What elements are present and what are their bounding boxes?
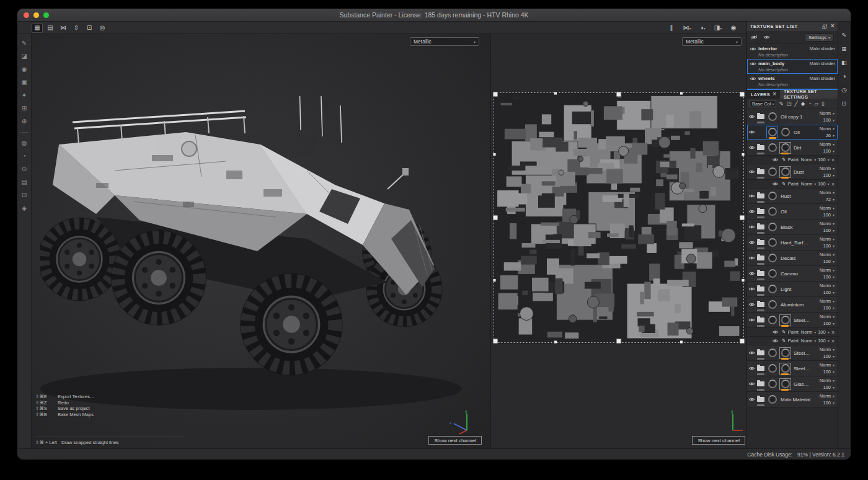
layer-name[interactable]: Dust	[792, 169, 810, 175]
layer-visibility-icon[interactable]	[748, 130, 755, 135]
tab-texture-set-settings[interactable]: TEXTURE SET SETTINGS	[780, 90, 838, 99]
effect-blend-mode[interactable]: Norm	[801, 329, 812, 335]
layer-visibility-icon[interactable]	[748, 240, 755, 245]
remove-effect-icon[interactable]	[831, 329, 835, 336]
float-panel-icon[interactable]	[822, 24, 827, 29]
layer-opacity[interactable]: 100	[823, 384, 835, 390]
layer-thumbnail[interactable]	[766, 283, 778, 295]
projection-tool-icon[interactable]: ◉	[22, 66, 27, 73]
layer-name[interactable]: Dirt	[792, 145, 810, 151]
eye-icon[interactable]	[750, 76, 756, 81]
show-next-channel-button-2d[interactable]: Show next channel	[692, 436, 745, 445]
layer-opacity[interactable]: 100	[823, 290, 835, 295]
layer-opacity[interactable]: 100	[823, 172, 835, 178]
effect-name[interactable]: Paint	[788, 329, 799, 335]
channel-select-3d[interactable]: Metallic	[410, 37, 479, 46]
focus-frame-icon[interactable]: ⊡	[84, 23, 95, 33]
layer-name[interactable]: Steel Stained	[792, 350, 810, 356]
layer-effect-row[interactable]: Paint Norm 100	[747, 156, 838, 164]
layer-blend-mode[interactable]: Norm	[820, 190, 835, 195]
layer-blend-mode[interactable]: Norm	[820, 205, 835, 211]
layer-blend-mode[interactable]: Norm	[820, 267, 835, 273]
clone-tool-icon[interactable]: ⊞	[22, 105, 27, 112]
delete-layer-icon[interactable]: ▯	[822, 100, 825, 107]
layer-mask-thumbnail[interactable]	[779, 347, 791, 359]
texture-set-item[interactable]: wheels Main shader No description	[747, 74, 838, 89]
layer-name[interactable]: Main Material	[779, 397, 810, 402]
eraser-tool-icon[interactable]: ◪	[21, 53, 27, 60]
layer-blend-mode[interactable]: Norm	[820, 252, 835, 257]
effect-blend-mode[interactable]: Norm	[801, 338, 812, 344]
layer-opacity[interactable]: 100	[823, 228, 835, 233]
layer-thumbnail[interactable]	[766, 314, 778, 326]
shader-panel-icon[interactable]: ◑	[843, 73, 846, 79]
layer-mask-thumbnail[interactable]	[779, 363, 791, 375]
effect-blend-mode[interactable]: Norm	[801, 157, 812, 162]
resources-icon[interactable]: ▤	[21, 179, 27, 186]
texture-set-shader[interactable]: Main shader	[810, 61, 835, 66]
layer-row[interactable]: Steel Painted Roug... Norm 100	[747, 313, 838, 328]
layer-thumbnail[interactable]	[766, 363, 778, 375]
add-mask-icon[interactable]: ◔	[808, 100, 811, 107]
close-panel-icon[interactable]	[831, 24, 835, 29]
layer-row[interactable]: Hard_Surface Norm 100	[747, 235, 838, 251]
layer-thumbnail[interactable]	[766, 206, 778, 218]
symmetry-x-icon[interactable]: ⋈	[58, 23, 69, 33]
layer-effect-row[interactable]: Paint Norm 100	[747, 337, 838, 345]
layer-name[interactable]: Steel Painted Roug...	[792, 318, 810, 323]
layer-name[interactable]: Glass Dusty	[792, 381, 810, 387]
layer-name[interactable]: Aluminium	[779, 302, 810, 308]
layer-row[interactable]: Decals Norm 100	[747, 251, 838, 266]
layer-row[interactable]: Cammo Norm 100	[747, 266, 838, 282]
smudge-tool-icon[interactable]: ✦	[22, 92, 27, 99]
layer-name[interactable]: Cammo	[779, 271, 810, 277]
quick-mask-icon[interactable]: ◍	[22, 140, 27, 147]
layer-mask-thumbnail[interactable]	[779, 314, 791, 326]
layer-opacity[interactable]: 100	[823, 369, 835, 375]
layer-opacity[interactable]: 100	[823, 400, 835, 406]
material-picker-tool-icon[interactable]: ⊕	[22, 118, 27, 125]
texture-set-item[interactable]: interrior Main shader No description	[747, 44, 838, 59]
layer-blend-mode[interactable]: Norm	[820, 314, 835, 319]
layer-visibility-icon[interactable]	[748, 169, 755, 174]
viewport-3d[interactable]: Metallic ⇧⌘EExport Textures...⇧⌘ZRedo⇧⌘S…	[32, 34, 490, 448]
effect-visibility-icon[interactable]	[772, 182, 779, 186]
layer-visibility-icon[interactable]	[748, 209, 755, 214]
eye-icon[interactable]	[763, 35, 770, 40]
layer-visibility-icon[interactable]	[748, 193, 755, 198]
layer-blend-mode[interactable]: Norm	[820, 110, 835, 116]
layer-name[interactable]: Decals	[779, 256, 810, 261]
layer-row[interactable]: Steel Stained Norm 100	[747, 345, 838, 361]
layer-opacity[interactable]: 26	[826, 133, 835, 138]
add-folder-icon[interactable]: ▱	[814, 100, 818, 107]
layer-blend-mode[interactable]: Norm	[820, 166, 835, 171]
layer-thumbnail[interactable]	[766, 166, 778, 178]
history-panel-icon[interactable]: ◷	[841, 86, 846, 93]
layer-row[interactable]: Dust Norm 100	[747, 164, 838, 180]
add-paint-layer-icon[interactable]: ╱	[795, 100, 798, 107]
layer-mask-thumbnail[interactable]	[779, 378, 791, 390]
layer-blend-mode[interactable]: Norm	[820, 236, 835, 242]
layer-row[interactable]: Dirt Norm 100	[747, 140, 838, 156]
layer-row[interactable]: Light Norm 100	[747, 282, 838, 297]
add-effect-icon[interactable]: ✎	[779, 100, 783, 107]
layer-blend-mode[interactable]: Norm	[820, 393, 835, 399]
layer-opacity[interactable]: 100	[823, 117, 835, 123]
show-next-channel-button-3d[interactable]: Show next channel	[428, 436, 482, 445]
polygon-fill-tool-icon[interactable]: ▣	[21, 79, 27, 86]
layer-name[interactable]: Black	[779, 224, 810, 230]
effect-visibility-icon[interactable]	[772, 158, 779, 162]
layer-row[interactable]: Black Norm 100	[747, 220, 838, 235]
layer-visibility-icon[interactable]	[748, 224, 755, 229]
viewport-2d[interactable]: Metallic y Show next channel	[490, 34, 746, 448]
layer-visibility-icon[interactable]	[748, 397, 755, 402]
texture-set-list-header[interactable]: TEXTURE SET LIST	[747, 22, 838, 31]
close-tab-icon[interactable]	[773, 92, 776, 97]
layer-row[interactable]: Oil Norm 26	[747, 125, 838, 140]
layer-blend-mode[interactable]: Norm	[820, 378, 835, 383]
toggle-all-visibility-icon[interactable]	[751, 35, 758, 40]
screenshot-camera-icon[interactable]: ◉	[728, 23, 739, 33]
remove-effect-icon[interactable]	[831, 338, 835, 344]
display-panel-icon[interactable]: ◧	[841, 59, 847, 66]
symmetry-y-icon[interactable]: ⇳	[71, 23, 82, 33]
